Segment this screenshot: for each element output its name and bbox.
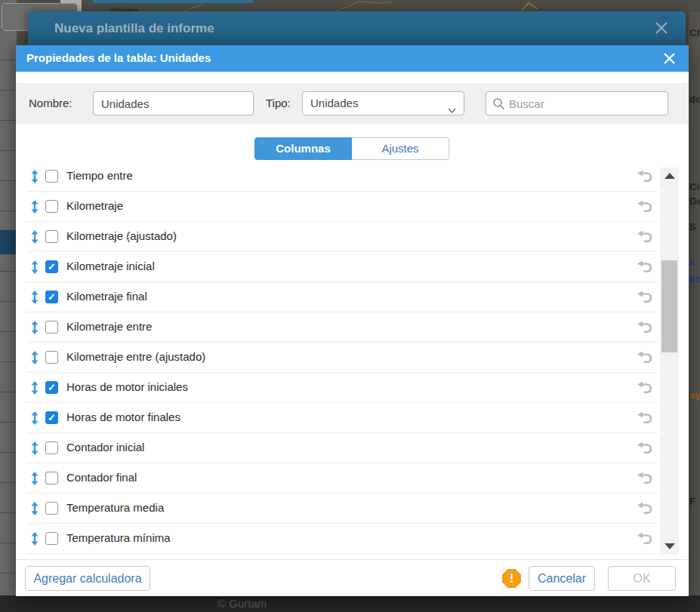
- type-select-value: Unidades: [310, 97, 358, 109]
- dialog-footer: Agregar calculadora ! Cancelar OK: [16, 559, 689, 596]
- drag-handle-icon[interactable]: [30, 381, 39, 398]
- column-checkbox[interactable]: ✓: [45, 381, 58, 394]
- search-input[interactable]: [509, 93, 664, 114]
- map-fragment-label: S: [689, 221, 696, 232]
- undo-icon[interactable]: [637, 230, 653, 244]
- undo-icon[interactable]: [637, 321, 653, 334]
- column-label: Tiempo entre: [66, 169, 133, 182]
- column-row: Tiempo entre: [16, 161, 658, 192]
- chevron-down-icon: [447, 100, 457, 122]
- column-label: Horas de motor finales: [66, 411, 180, 423]
- undo-icon[interactable]: [637, 291, 653, 304]
- undo-icon[interactable]: [637, 381, 653, 395]
- map-fragment-label: do: [689, 94, 700, 105]
- tab-columns[interactable]: Columnas: [254, 137, 352, 160]
- columns-list: Tiempo entre Kilometraje: [16, 161, 658, 554]
- column-row: ✓ Horas de motor iniciales: [16, 373, 658, 403]
- drag-handle-icon[interactable]: [30, 351, 39, 368]
- scroll-down-icon[interactable]: [660, 538, 679, 555]
- drag-handle-icon[interactable]: [30, 260, 39, 277]
- column-row: Kilometraje entre (ajustado): [16, 343, 658, 373]
- column-label: Kilometraje final: [66, 290, 147, 303]
- column-row: Kilometraje (ajustado): [16, 222, 658, 252]
- undo-icon[interactable]: [637, 532, 653, 546]
- column-label: Kilometraje entre: [66, 320, 152, 333]
- column-checkbox[interactable]: [45, 472, 58, 484]
- add-calculator-button[interactable]: Agregar calculadora: [25, 566, 150, 591]
- ok-button[interactable]: OK: [608, 566, 676, 591]
- scrollbar[interactable]: [660, 168, 679, 555]
- undo-icon[interactable]: [637, 472, 653, 485]
- tab-bar: Columnas Ajustes: [254, 137, 449, 160]
- map-fragment-label: F: [689, 496, 695, 507]
- column-checkbox[interactable]: ✓: [45, 260, 58, 273]
- column-row: Kilometraje: [16, 192, 658, 222]
- column-row: Kilometraje entre: [16, 312, 658, 343]
- column-row: Contador final: [16, 463, 658, 494]
- cancel-button[interactable]: Cancelar: [529, 566, 595, 591]
- drag-handle-icon[interactable]: [30, 411, 39, 428]
- undo-icon[interactable]: [637, 502, 653, 515]
- drag-handle-icon[interactable]: [30, 170, 39, 186]
- map-fragment-label: ob: [689, 273, 700, 284]
- column-row: Temperatura mínima: [16, 524, 658, 554]
- copyright-text: © Gurtam: [217, 597, 267, 610]
- column-checkbox[interactable]: [45, 230, 58, 243]
- new-report-template-dialog: Nueva plantilla de informe: [28, 11, 686, 49]
- background-footer-bar: [0, 595, 700, 612]
- column-checkbox[interactable]: [45, 200, 58, 213]
- column-label: Horas de motor iniciales: [66, 380, 188, 393]
- table-properties-dialog: Propiedades de la tabla: Unidades Nombre…: [16, 45, 689, 596]
- type-label: Tipo:: [266, 97, 291, 109]
- dialog-title: Propiedades de la tabla: Unidades: [26, 51, 211, 64]
- drag-handle-icon[interactable]: [30, 441, 39, 458]
- column-checkbox[interactable]: [45, 441, 58, 454]
- background-list-panel: [0, 0, 17, 596]
- drag-handle-icon[interactable]: [30, 532, 39, 549]
- close-icon[interactable]: [654, 20, 669, 35]
- drag-handle-icon[interactable]: [30, 200, 39, 217]
- column-row: ✓ Horas de motor finales: [16, 403, 658, 433]
- column-checkbox[interactable]: [45, 502, 58, 515]
- scroll-up-icon[interactable]: [660, 168, 679, 184]
- map-fragment-label: Ciu: [689, 181, 700, 192]
- background-browser-tab: [93, 0, 253, 3]
- drag-handle-icon[interactable]: [30, 230, 39, 247]
- column-checkbox[interactable]: [45, 532, 58, 545]
- undo-icon[interactable]: [637, 170, 653, 183]
- column-row: Contador inicial: [16, 433, 658, 463]
- undo-icon[interactable]: [637, 411, 653, 425]
- column-checkbox[interactable]: ✓: [45, 291, 58, 303]
- close-icon[interactable]: [663, 52, 676, 65]
- column-label: Contador final: [66, 471, 137, 484]
- undo-icon[interactable]: [637, 200, 653, 214]
- column-checkbox[interactable]: [45, 321, 58, 334]
- name-input[interactable]: [93, 91, 254, 115]
- background-selected-row: [0, 230, 17, 254]
- map-fragment-label: Gu: [689, 195, 700, 207]
- undo-icon[interactable]: [637, 351, 653, 364]
- column-label: Temperatura mínima: [66, 531, 171, 544]
- form-bar: Nombre: Tipo: Unidades: [16, 83, 689, 124]
- search-box: [486, 91, 668, 115]
- drag-handle-icon[interactable]: [30, 472, 39, 488]
- scrollbar-thumb[interactable]: [661, 260, 677, 352]
- column-label: Temperatura media: [66, 501, 164, 514]
- behind-dialog-title: Nueva plantilla de informe: [54, 21, 214, 36]
- map-fragment-label: Ch: [689, 27, 700, 38]
- undo-icon[interactable]: [637, 260, 653, 274]
- column-row: Temperatura media: [16, 494, 658, 524]
- column-checkbox[interactable]: [45, 351, 58, 364]
- undo-icon[interactable]: [637, 441, 653, 455]
- drag-handle-icon[interactable]: [30, 502, 39, 518]
- column-checkbox[interactable]: ✓: [45, 411, 58, 424]
- tab-settings[interactable]: Ajustes: [352, 137, 449, 160]
- column-checkbox[interactable]: [45, 170, 58, 183]
- drag-handle-icon[interactable]: [30, 321, 39, 337]
- name-label: Nombre:: [29, 97, 72, 109]
- type-select[interactable]: Unidades: [302, 91, 464, 115]
- column-label: Kilometraje: [66, 199, 123, 212]
- column-label: Kilometraje inicial: [66, 260, 155, 272]
- column-label: Kilometraje (ajustado): [66, 229, 177, 242]
- drag-handle-icon[interactable]: [30, 291, 39, 307]
